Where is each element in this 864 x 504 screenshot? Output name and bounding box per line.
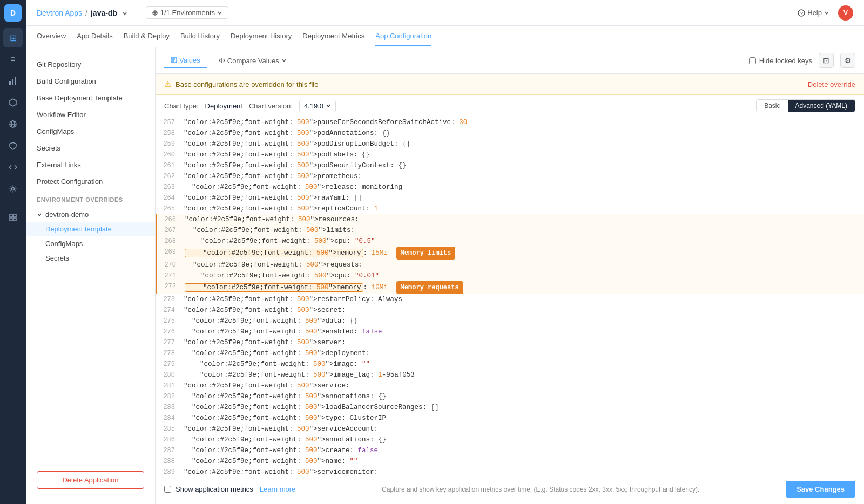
env-selector[interactable]: 1/1 Environments	[146, 6, 228, 19]
line-content: "color:#2c5f9e;font-weight: 500">data: {…	[181, 316, 864, 326]
nav-build-deploy[interactable]: Build & Deploy	[124, 26, 170, 46]
line-number: 262	[156, 171, 181, 182]
view-advanced-btn[interactable]: Advanced (YAML)	[788, 100, 855, 112]
code-line-258: 258"color:#2c5f9e;font-weight: 500">podA…	[156, 128, 864, 139]
sidebar-icon-stack[interactable]	[3, 208, 23, 227]
nav-deployment-metrics[interactable]: Deployment Metrics	[302, 26, 364, 46]
sidebar-child-secrets[interactable]: Secrets	[26, 251, 155, 265]
nav-build-history[interactable]: Build History	[180, 26, 220, 46]
svg-rect-8	[10, 214, 12, 217]
sidebar-icon-chart[interactable]	[3, 71, 23, 91]
nav-app-details[interactable]: App Details	[77, 26, 112, 46]
hide-keys-checkbox[interactable]	[749, 57, 756, 64]
chevron-down-icon	[37, 212, 42, 217]
sidebar-git-repo[interactable]: Git Repository	[26, 56, 155, 73]
line-content: "color:#2c5f9e;font-weight: 500">request…	[183, 260, 864, 270]
line-content: "color:#2c5f9e;font-weight: 500">enabled…	[181, 326, 864, 337]
values-tab[interactable]: Values	[164, 53, 207, 68]
chart-version-select[interactable]: 4.19.0	[299, 100, 336, 112]
breadcrumb-app[interactable]: Devtron Apps	[37, 9, 82, 17]
line-number: 261	[156, 160, 181, 171]
svg-rect-11	[14, 218, 16, 221]
svg-point-7	[12, 188, 15, 190]
sidebar-external-links[interactable]: External Links	[26, 156, 155, 173]
annotation-tooltip-269: Memory limits	[396, 247, 456, 260]
line-content: "color:#2c5f9e;font-weight: 500">server:	[181, 337, 864, 348]
line-content: "color:#2c5f9e;font-weight: 500">deploym…	[181, 348, 864, 359]
code-line-280: 280 "color:#2c5f9e;font-weight: 500">ima…	[156, 370, 864, 380]
nav-deployment-history[interactable]: Deployment History	[231, 26, 292, 46]
breadcrumb[interactable]: Devtron Apps / java-db	[37, 9, 128, 17]
code-line-267: 267 "color:#2c5f9e;font-weight: 500">lim…	[156, 225, 864, 236]
sidebar-secrets[interactable]: Secrets	[26, 140, 155, 156]
save-changes-button[interactable]: Save Changes	[786, 481, 855, 498]
line-number: 264	[156, 193, 181, 203]
compare-values-btn[interactable]: Compare Values	[213, 54, 292, 67]
code-line-276: 276 "color:#2c5f9e;font-weight: 500">ena…	[156, 326, 864, 337]
chevron-down-icon	[326, 103, 331, 108]
show-metrics-checkbox[interactable]	[164, 486, 171, 493]
metrics-description: Capture and show key application metrics…	[382, 486, 699, 493]
sidebar-icon-rail: D ⊞ ≡	[0, 0, 26, 504]
code-line-262: 262"color:#2c5f9e;font-weight: 500">prom…	[156, 171, 864, 182]
sidebar-group-devtron-demo: devtron-demo Deployment template ConfigM…	[26, 205, 155, 268]
sidebar-icon-grid[interactable]: ⊞	[3, 28, 23, 47]
line-content: "color:#2c5f9e;font-weight: 500">annotat…	[181, 391, 864, 402]
nav-app-configuration[interactable]: App Configuration	[375, 26, 431, 46]
line-number: 265	[156, 203, 181, 214]
sidebar-workflow-editor[interactable]: Workflow Editor	[26, 106, 155, 123]
line-content: "color:#2c5f9e;font-weight: 500">podAnno…	[181, 128, 864, 139]
show-metrics-label[interactable]: Show application metrics	[164, 485, 253, 493]
line-number: 278	[156, 348, 181, 359]
sidebar-icon-globe[interactable]	[3, 114, 23, 134]
learn-more-link[interactable]: Learn more	[260, 485, 295, 493]
code-line-277: 277"color:#2c5f9e;font-weight: 500">serv…	[156, 337, 864, 348]
line-content: "color:#2c5f9e;font-weight: 500">service…	[181, 467, 864, 474]
delete-application-button[interactable]: Delete Application	[37, 471, 144, 489]
sidebar-configmaps[interactable]: ConfigMaps	[26, 123, 155, 140]
code-line-287: 287 "color:#2c5f9e;font-weight: 500">cre…	[156, 445, 864, 456]
code-line-274: 274"color:#2c5f9e;font-weight: 500">secr…	[156, 305, 864, 316]
line-content: "color:#2c5f9e;font-weight: 500">image_t…	[181, 370, 864, 380]
user-avatar[interactable]: V	[838, 5, 853, 21]
sidebar-base-deployment[interactable]: Base Deployment Template	[26, 90, 155, 106]
sidebar-icon-code[interactable]	[3, 158, 23, 177]
code-line-281: 281"color:#2c5f9e;font-weight: 500">serv…	[156, 380, 864, 391]
code-line-272: 272 "color:#2c5f9e;font-weight: 500">mem…	[156, 281, 864, 294]
sidebar-build-config[interactable]: Build Configuration	[26, 73, 155, 90]
sidebar-deployment-template[interactable]: Deployment template	[26, 222, 155, 236]
hide-locked-keys[interactable]: Hide locked keys	[749, 57, 812, 65]
line-number: 267	[157, 225, 183, 236]
line-content: "color:#2c5f9e;font-weight: 500">memory:…	[183, 247, 864, 260]
settings-icon-btn[interactable]: ⚙	[840, 53, 855, 68]
breadcrumb-separator: /	[85, 9, 87, 17]
app-logo[interactable]: D	[4, 4, 22, 22]
sidebar-child-configmaps[interactable]: ConfigMaps	[26, 236, 155, 251]
delete-override-button[interactable]: Delete override	[808, 80, 855, 88]
line-number: 287	[156, 445, 181, 456]
compare-icon	[219, 57, 225, 64]
line-content: "color:#2c5f9e;font-weight: 500">replica…	[181, 203, 864, 214]
code-line-259: 259"color:#2c5f9e;font-weight: 500">podD…	[156, 139, 864, 149]
code-editor[interactable]: 257"color:#2c5f9e;font-weight: 500">paus…	[156, 117, 864, 474]
sidebar-icon-hexagon[interactable]	[3, 93, 23, 112]
help-button[interactable]: ? Help	[798, 9, 829, 17]
sidebar-icon-gear[interactable]	[3, 179, 23, 199]
expand-icon-btn[interactable]: ⊡	[819, 53, 834, 68]
view-basic-btn[interactable]: Basic	[757, 100, 787, 112]
code-line-271: 271 "color:#2c5f9e;font-weight: 500">cpu…	[156, 270, 864, 281]
line-content: "color:#2c5f9e;font-weight: 500">secret:	[181, 305, 864, 316]
line-number: 269	[157, 247, 183, 257]
breadcrumb-current: java-db	[91, 9, 128, 17]
sidebar-icon-layers[interactable]: ≡	[3, 50, 23, 69]
sidebar-group-header[interactable]: devtron-demo	[26, 207, 155, 222]
sidebar-protect-config[interactable]: Protect Configuration	[26, 173, 155, 190]
line-number: 263	[156, 182, 181, 193]
line-content: "color:#2c5f9e;font-weight: 500">service…	[181, 424, 864, 434]
top-nav: Devtron Apps / java-db 1/1 Environments …	[26, 0, 864, 26]
line-number: 289	[156, 467, 181, 474]
nav-overview[interactable]: Overview	[37, 26, 66, 46]
editor-area: Values Compare Values Hide locked keys ⊡…	[156, 47, 864, 504]
sidebar-icon-shield[interactable]	[3, 136, 23, 155]
bottom-bar: Show application metrics Learn more Capt…	[156, 474, 864, 504]
